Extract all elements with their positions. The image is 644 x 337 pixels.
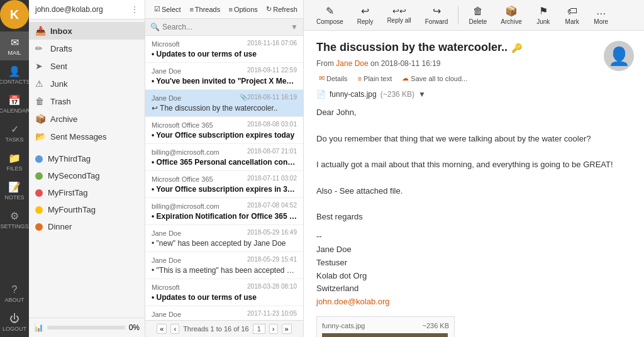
sidebar-item-about[interactable]: ? ABOUT — [0, 279, 29, 308]
tag-list: MyThirdTag MySecondTag MyFirstTag MyFour… — [29, 148, 145, 238]
message-sender: Microsoft Office 365 — [152, 121, 213, 129]
list-item[interactable]: Jane Doe 2018-09-11 22:59 • You've been … — [145, 63, 303, 90]
first-page-button[interactable]: « — [157, 324, 167, 334]
save-to-cloud-button[interactable]: ☁ Save all to cloud... — [399, 73, 470, 84]
sidebar-item-notes[interactable]: 📝 NOTES — [0, 176, 29, 205]
attachment-image[interactable] — [322, 333, 448, 337]
account-menu-icon[interactable]: ⋮ — [131, 5, 138, 14]
folder-junk[interactable]: ⚠ Junk — [29, 75, 145, 92]
threads-button[interactable]: ≡ Threads — [186, 4, 221, 14]
last-page-button[interactable]: » — [282, 324, 292, 334]
page-number[interactable]: 1 — [253, 324, 265, 334]
prev-page-button[interactable]: ‹ — [170, 324, 179, 334]
list-item[interactable]: Microsoft 2018-11-16 07:06 • Updates to … — [145, 36, 303, 63]
tag-myfirsttag[interactable]: MyFirstTag — [29, 184, 145, 201]
list-item[interactable]: Jane Doe 2018-05-29 15:41 • "This is a m… — [145, 252, 303, 279]
message-date: 2018-07-11 03:02 — [247, 175, 297, 182]
sidebar-item-logout[interactable]: ⏻ LOGOUT — [0, 308, 29, 337]
list-item[interactable]: Jane Doe 2017-11-23 10:05 • This is a te… — [145, 306, 303, 320]
plain-text-icon: ≡ — [358, 75, 362, 82]
sidebar-item-contacts[interactable]: 👤 CONTACTS — [0, 60, 29, 89]
message-subject: • Your Office subscription expires today — [152, 131, 297, 140]
folder-trash[interactable]: 🗑 Trash — [29, 92, 145, 110]
sig-org: Kolab dot Org — [316, 270, 631, 283]
archive-button[interactable]: 📦 Archive — [494, 4, 528, 26]
refresh-button[interactable]: ↻ Refresh — [262, 4, 298, 14]
folder-trash-label: Trash — [50, 97, 71, 106]
folder-inbox[interactable]: 📥 Inbox — [29, 22, 145, 40]
attachment-icon: 📎 — [240, 94, 247, 101]
compose-button[interactable]: ✎ Compose — [310, 4, 350, 26]
calendar-icon: 📅 — [8, 94, 21, 106]
tasks-icon: ✓ — [11, 123, 19, 135]
list-item[interactable]: Jane Doe 2018-08-11 16:19 📎 ↩ The discus… — [145, 90, 303, 117]
junk-button[interactable]: ⚑ Junk — [530, 4, 557, 26]
details-button[interactable]: ✉ Details — [316, 73, 350, 84]
mark-button[interactable]: 🏷 Mark — [558, 4, 586, 26]
message-sender: billing@microsoft.com — [152, 148, 219, 156]
reply-all-icon: ↩↩ — [392, 6, 406, 16]
sidebar-item-mail[interactable]: ✉ MAIL — [0, 31, 29, 60]
message-date: 2018-08-11 16:19 — [247, 94, 297, 101]
list-item[interactable]: billing@microsoft.com 2018-08-07 21:01 •… — [145, 144, 303, 171]
mark-icon: 🏷 — [567, 6, 577, 17]
sidebar-item-notes-label: NOTES — [4, 194, 24, 201]
forward-button[interactable]: ↪ Forward — [419, 4, 455, 26]
message-sender: Microsoft Office 365 — [152, 175, 213, 183]
user-account-row[interactable]: john.doe@kolab.org ⋮ — [29, 0, 145, 19]
quota-percent: 0% — [129, 323, 140, 332]
list-item[interactable]: Jane Doe 2018-05-29 16:49 • "new" has be… — [145, 225, 303, 252]
archive-label: Archive — [501, 18, 521, 25]
sent-icon: ➤ — [35, 61, 45, 71]
message-subject: ↩ The discussion by the watercooler.. — [152, 104, 297, 113]
search-expand-icon[interactable]: ▼ — [291, 23, 298, 31]
tag-mysecondtag-dot — [35, 172, 43, 180]
folder-sent-messages[interactable]: 📂 Sent Messages — [29, 128, 145, 145]
email-subject-text: The discussion by the watercooler.. — [316, 41, 508, 54]
tag-mythirdtag-dot — [35, 155, 43, 163]
mail-icon: ✉ — [11, 36, 19, 48]
from-name-link[interactable]: Jane Doe — [336, 59, 368, 68]
attachment-size: (~236 KB) — [380, 90, 414, 99]
preview-filesize: ~236 KB — [422, 322, 449, 329]
list-item[interactable]: billing@microsoft.com 2018-07-08 04:52 •… — [145, 198, 303, 225]
contacts-icon: 👤 — [8, 65, 21, 77]
list-item[interactable]: Microsoft Office 365 2018-08-08 03:01 • … — [145, 117, 303, 144]
plain-text-label: Plain text — [364, 75, 392, 82]
tag-mysecondtag[interactable]: MySecondTag — [29, 167, 145, 184]
options-button[interactable]: ≡ Options — [225, 4, 258, 14]
search-input[interactable] — [162, 23, 288, 31]
select-button[interactable]: ☑ Select — [150, 4, 182, 14]
select-label: Select — [162, 6, 181, 13]
sidebar-item-tasks[interactable]: ✓ TASKS — [0, 118, 29, 147]
sidebar-item-files[interactable]: 📁 FILES — [0, 147, 29, 176]
sidebar-item-calendar[interactable]: 📅 CALENDAR — [0, 89, 29, 118]
attachment-dropdown-icon[interactable]: ▼ — [418, 90, 426, 99]
message-date: 2018-08-07 21:01 — [247, 148, 297, 155]
quota-row: 📊 0% — [34, 323, 140, 332]
tag-dinner-label: Dinner — [48, 222, 72, 231]
tag-mythirdtag[interactable]: MyThirdTag — [29, 150, 145, 167]
folder-sent-label: Sent — [50, 62, 67, 71]
reply-button[interactable]: ↩ Reply — [351, 4, 380, 26]
folder-drafts[interactable]: ✏ Drafts — [29, 40, 145, 57]
drafts-icon: ✏ — [35, 43, 45, 53]
reply-all-button[interactable]: ↩↩ Reply all — [380, 5, 417, 25]
plain-text-button[interactable]: ≡ Plain text — [355, 74, 395, 84]
delete-button[interactable]: 🗑 Delete — [462, 4, 493, 26]
tag-dinner[interactable]: Dinner — [29, 218, 145, 235]
tag-myfourthtag-label: MyFourthTag — [48, 205, 96, 214]
sig-email: john.doe@kolab.org — [316, 296, 631, 309]
list-item[interactable]: Microsoft 2018-03-28 08:10 • Updates to … — [145, 279, 303, 306]
folder-archive[interactable]: 📦 Archive — [29, 110, 145, 128]
more-button[interactable]: … More — [587, 4, 615, 26]
sidebar-item-settings[interactable]: ⚙ SETTINGS — [0, 205, 29, 234]
folder-sent[interactable]: ➤ Sent — [29, 57, 145, 75]
tag-myfourthtag[interactable]: MyFourthTag — [29, 201, 145, 218]
list-item[interactable]: Microsoft Office 365 2018-07-11 03:02 • … — [145, 171, 303, 198]
email-body: Dear John, Do you remember that thing th… — [316, 106, 631, 309]
junk-label: Junk — [536, 18, 550, 25]
details-envelope-icon: ✉ — [319, 74, 325, 82]
next-page-button[interactable]: › — [269, 324, 278, 334]
compose-icon: ✎ — [326, 5, 334, 17]
